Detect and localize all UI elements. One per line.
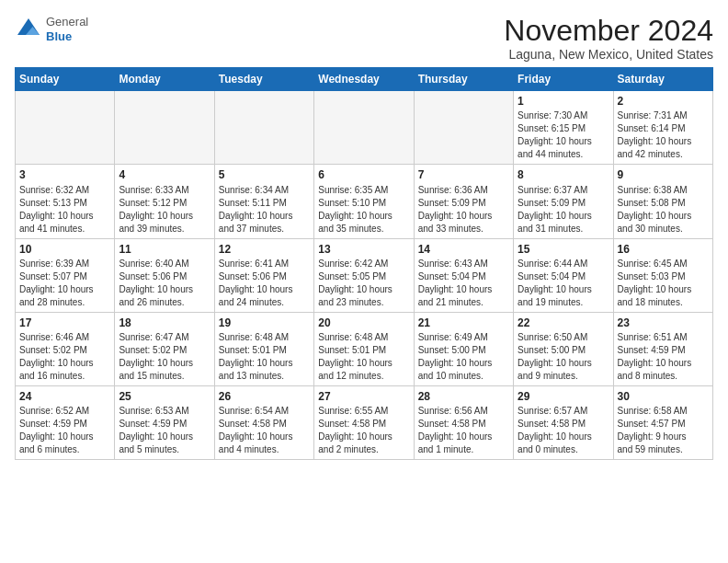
calendar-day-cell: 23Sunrise: 6:51 AM Sunset: 4:59 PM Dayli…	[613, 312, 712, 385]
calendar-day-cell: 3Sunrise: 6:32 AM Sunset: 5:13 PM Daylig…	[16, 165, 115, 238]
weekday-header: Tuesday	[214, 68, 313, 91]
day-content: Sunrise: 6:49 AM Sunset: 5:00 PM Dayligh…	[418, 331, 509, 383]
weekday-header: Friday	[514, 68, 613, 91]
day-content: Sunrise: 6:55 AM Sunset: 4:58 PM Dayligh…	[318, 405, 409, 456]
calendar-day-cell: 10Sunrise: 6:39 AM Sunset: 5:07 PM Dayli…	[16, 238, 115, 312]
calendar-day-cell: 2Sunrise: 7:31 AM Sunset: 6:14 PM Daylig…	[613, 91, 712, 165]
logo-blue: Blue	[46, 29, 88, 44]
calendar-week-row: 3Sunrise: 6:32 AM Sunset: 5:13 PM Daylig…	[16, 165, 713, 238]
day-number: 14	[418, 242, 509, 257]
day-number: 25	[119, 389, 210, 404]
logo-text: General Blue	[46, 15, 88, 43]
day-number: 28	[418, 389, 509, 404]
day-content: Sunrise: 6:34 AM Sunset: 5:11 PM Dayligh…	[219, 184, 310, 236]
day-content: Sunrise: 6:45 AM Sunset: 5:03 PM Dayligh…	[618, 258, 709, 309]
calendar-header-row: SundayMondayTuesdayWednesdayThursdayFrid…	[16, 68, 713, 91]
day-content: Sunrise: 7:30 AM Sunset: 6:15 PM Dayligh…	[518, 109, 609, 161]
day-content: Sunrise: 6:41 AM Sunset: 5:06 PM Dayligh…	[219, 258, 310, 309]
day-content: Sunrise: 6:35 AM Sunset: 5:10 PM Dayligh…	[318, 184, 409, 236]
calendar-day-cell	[214, 91, 313, 165]
month-title: November 2024	[504, 15, 713, 47]
day-number: 7	[418, 167, 509, 182]
calendar-day-cell: 27Sunrise: 6:55 AM Sunset: 4:58 PM Dayli…	[314, 385, 414, 459]
day-number: 21	[418, 316, 509, 330]
day-content: Sunrise: 6:38 AM Sunset: 5:08 PM Dayligh…	[618, 184, 709, 236]
weekday-header: Wednesday	[314, 68, 414, 91]
day-content: Sunrise: 6:51 AM Sunset: 4:59 PM Dayligh…	[618, 331, 709, 383]
calendar-day-cell: 22Sunrise: 6:50 AM Sunset: 5:00 PM Dayli…	[514, 312, 613, 385]
day-number: 8	[518, 167, 609, 182]
day-number: 10	[19, 242, 110, 257]
day-number: 22	[518, 316, 609, 330]
calendar-week-row: 1Sunrise: 7:30 AM Sunset: 6:15 PM Daylig…	[16, 91, 713, 165]
calendar-day-cell: 7Sunrise: 6:36 AM Sunset: 5:09 PM Daylig…	[414, 165, 513, 238]
logo-icon	[15, 16, 42, 43]
day-content: Sunrise: 6:50 AM Sunset: 5:00 PM Dayligh…	[518, 331, 609, 383]
calendar-day-cell: 12Sunrise: 6:41 AM Sunset: 5:06 PM Dayli…	[214, 238, 313, 312]
day-content: Sunrise: 6:32 AM Sunset: 5:13 PM Dayligh…	[19, 184, 110, 236]
calendar-day-cell: 1Sunrise: 7:30 AM Sunset: 6:15 PM Daylig…	[514, 91, 613, 165]
calendar-day-cell: 19Sunrise: 6:48 AM Sunset: 5:01 PM Dayli…	[214, 312, 313, 385]
calendar-day-cell: 20Sunrise: 6:48 AM Sunset: 5:01 PM Dayli…	[314, 312, 414, 385]
day-content: Sunrise: 6:58 AM Sunset: 4:57 PM Dayligh…	[618, 405, 709, 456]
calendar-day-cell: 5Sunrise: 6:34 AM Sunset: 5:11 PM Daylig…	[214, 165, 313, 238]
day-content: Sunrise: 6:40 AM Sunset: 5:06 PM Dayligh…	[119, 258, 210, 309]
calendar-day-cell	[314, 91, 414, 165]
day-number: 6	[318, 167, 409, 182]
calendar-day-cell: 30Sunrise: 6:58 AM Sunset: 4:57 PM Dayli…	[613, 385, 712, 459]
weekday-header: Monday	[115, 68, 214, 91]
day-number: 4	[119, 167, 210, 182]
day-number: 13	[318, 242, 409, 257]
title-block: November 2024 Laguna, New Mexico, United…	[504, 15, 713, 62]
calendar: SundayMondayTuesdayWednesdayThursdayFrid…	[15, 67, 713, 460]
day-content: Sunrise: 6:48 AM Sunset: 5:01 PM Dayligh…	[219, 331, 310, 383]
logo-general: General	[46, 15, 88, 29]
calendar-day-cell: 18Sunrise: 6:47 AM Sunset: 5:02 PM Dayli…	[115, 312, 214, 385]
calendar-day-cell: 24Sunrise: 6:52 AM Sunset: 4:59 PM Dayli…	[16, 385, 115, 459]
calendar-day-cell: 21Sunrise: 6:49 AM Sunset: 5:00 PM Dayli…	[414, 312, 513, 385]
day-content: Sunrise: 6:37 AM Sunset: 5:09 PM Dayligh…	[518, 184, 609, 236]
calendar-day-cell: 8Sunrise: 6:37 AM Sunset: 5:09 PM Daylig…	[514, 165, 613, 238]
day-number: 5	[219, 167, 310, 182]
day-content: Sunrise: 6:33 AM Sunset: 5:12 PM Dayligh…	[119, 184, 210, 236]
calendar-week-row: 24Sunrise: 6:52 AM Sunset: 4:59 PM Dayli…	[16, 385, 713, 459]
day-content: Sunrise: 6:39 AM Sunset: 5:07 PM Dayligh…	[19, 258, 110, 309]
day-number: 26	[219, 389, 310, 404]
calendar-day-cell	[414, 91, 513, 165]
day-content: Sunrise: 6:36 AM Sunset: 5:09 PM Dayligh…	[418, 184, 509, 236]
day-number: 27	[318, 389, 409, 404]
calendar-day-cell: 16Sunrise: 6:45 AM Sunset: 5:03 PM Dayli…	[613, 238, 712, 312]
page-container: General Blue November 2024 Laguna, New M…	[0, 0, 728, 467]
day-content: Sunrise: 6:47 AM Sunset: 5:02 PM Dayligh…	[119, 331, 210, 383]
calendar-day-cell	[115, 91, 214, 165]
day-number: 9	[618, 167, 709, 182]
day-number: 16	[618, 242, 709, 257]
day-number: 30	[618, 389, 709, 404]
day-content: Sunrise: 6:56 AM Sunset: 4:58 PM Dayligh…	[418, 405, 509, 456]
calendar-day-cell: 25Sunrise: 6:53 AM Sunset: 4:59 PM Dayli…	[115, 385, 214, 459]
weekday-header: Thursday	[414, 68, 513, 91]
day-content: Sunrise: 6:43 AM Sunset: 5:04 PM Dayligh…	[418, 258, 509, 309]
day-number: 24	[19, 389, 110, 404]
day-number: 17	[19, 316, 110, 330]
day-number: 29	[518, 389, 609, 404]
day-number: 23	[618, 316, 709, 330]
day-content: Sunrise: 6:46 AM Sunset: 5:02 PM Dayligh…	[19, 331, 110, 383]
day-number: 20	[318, 316, 409, 330]
header: General Blue November 2024 Laguna, New M…	[15, 15, 713, 62]
weekday-header: Sunday	[16, 68, 115, 91]
day-content: Sunrise: 7:31 AM Sunset: 6:14 PM Dayligh…	[618, 109, 709, 161]
calendar-day-cell: 28Sunrise: 6:56 AM Sunset: 4:58 PM Dayli…	[414, 385, 513, 459]
day-content: Sunrise: 6:53 AM Sunset: 4:59 PM Dayligh…	[119, 405, 210, 456]
calendar-day-cell: 6Sunrise: 6:35 AM Sunset: 5:10 PM Daylig…	[314, 165, 414, 238]
day-number: 15	[518, 242, 609, 257]
calendar-day-cell: 29Sunrise: 6:57 AM Sunset: 4:58 PM Dayli…	[514, 385, 613, 459]
day-number: 12	[219, 242, 310, 257]
calendar-day-cell: 15Sunrise: 6:44 AM Sunset: 5:04 PM Dayli…	[514, 238, 613, 312]
day-number: 1	[518, 94, 609, 109]
calendar-day-cell: 13Sunrise: 6:42 AM Sunset: 5:05 PM Dayli…	[314, 238, 414, 312]
location: Laguna, New Mexico, United States	[504, 47, 713, 62]
day-content: Sunrise: 6:44 AM Sunset: 5:04 PM Dayligh…	[518, 258, 609, 309]
day-number: 2	[618, 94, 709, 109]
weekday-header: Saturday	[613, 68, 712, 91]
